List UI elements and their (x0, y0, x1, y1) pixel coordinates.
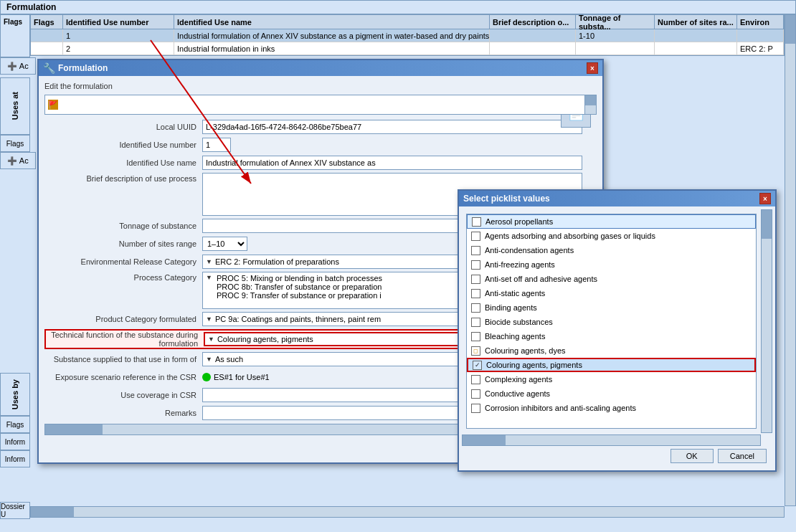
uses-at-label: Uses at (11, 92, 19, 120)
id-use-number-label: Identified Use number (44, 141, 202, 149)
picklist-dialog: Select picklist values × Aerosol propell… (458, 189, 777, 472)
picklist-item-complexing[interactable]: Complexing agents (467, 372, 756, 386)
table-row[interactable]: 1 Industrial formulation of Annex XIV su… (31, 29, 784, 42)
id-use-name-row: Identified Use name (44, 155, 597, 171)
col-id-name: Identified Use name (174, 15, 490, 29)
checkbox-binding[interactable] (471, 303, 480, 313)
picklist-close-button[interactable]: × (759, 193, 771, 204)
picklist-label-conductive: Conductive agents (485, 389, 550, 398)
use-coverage-label: Use coverage in CSR (44, 391, 202, 399)
checkbox-anti-cond[interactable] (471, 246, 480, 255)
inner-vscrollbar[interactable] (584, 95, 596, 114)
col-flags: Flags (31, 15, 63, 29)
picklist-item-aerosol[interactable]: Aerosol propellants (467, 214, 756, 229)
checkbox-colouring-dyes[interactable]: ◻ (471, 346, 480, 356)
picklist-cancel-button[interactable]: Cancel (718, 449, 767, 463)
picklist-item-anti-set[interactable]: Anti-set off and adhesive agents (467, 272, 756, 286)
formulation-dialog-title: 🔧 Formulation (43, 62, 108, 74)
checkbox-aerosol[interactable] (472, 217, 481, 227)
uses-at-panel: Uses at (0, 77, 30, 135)
picklist-item-agents[interactable]: Agents adsorbing and absorbing gases or … (467, 229, 756, 243)
checkbox-corrosion[interactable] (471, 404, 480, 413)
formulation-dialog-titlebar: 🔧 Formulation × (39, 60, 602, 76)
add-button-2[interactable]: ➕ Ac (0, 152, 36, 169)
picklist-item-anti-cond[interactable]: Anti-condensation agents (467, 243, 756, 257)
checkbox-agents[interactable] (471, 232, 480, 241)
picklist-item-conductive[interactable]: Conductive agents (467, 386, 756, 401)
add-button-area[interactable]: ➕ Ac (0, 57, 36, 75)
checkbox-conductive[interactable] (471, 389, 480, 399)
picklist-hscroll-thumb[interactable] (463, 435, 506, 445)
uses-at-flags: Flags (0, 135, 30, 152)
checkbox-anti-set[interactable] (471, 275, 480, 284)
proc-cat-arrow: ▼ (206, 274, 212, 281)
add-icon: ➕ Ac (7, 62, 28, 71)
checkbox-biocide[interactable] (471, 318, 480, 327)
row1-tonnage: 1-10 (576, 29, 655, 42)
dossier-label: Dossier U (0, 502, 30, 519)
inner-vscroll-thumb[interactable] (585, 95, 596, 105)
row2-id-num: 2 (63, 42, 174, 54)
picklist-item-colouring-pigments[interactable]: Colouring agents, pigments (467, 358, 756, 372)
local-uuid-label: Local UUID (44, 123, 202, 131)
picklist-item-corrosion[interactable]: Corrosion inhibitors and anti-scaling ag… (467, 401, 756, 415)
picklist-hscrollbar[interactable] (462, 434, 761, 446)
uses-by-label: Uses by (11, 379, 19, 409)
h-scrollbar[interactable] (30, 506, 785, 518)
picklist-label-colouring-pigments: Colouring agents, pigments (486, 361, 582, 369)
checkbox-complexing[interactable] (471, 375, 480, 384)
row2-brief-desc (490, 42, 576, 54)
num-sites-select[interactable]: 1–10 11–50 51–100 (202, 237, 247, 251)
id-use-name-input[interactable] (202, 156, 582, 170)
row1-num-sites (655, 29, 737, 42)
picklist-item-bleaching[interactable]: Bleaching agents (467, 329, 756, 343)
picklist-vscroll-thumb[interactable] (762, 210, 772, 239)
tonnage-label: Tonnage of substance (44, 222, 202, 230)
picklist-item-colouring-dyes[interactable]: ◻ Colouring agents, dyes (467, 343, 756, 358)
picklist-label-anti-freeze: Anti-freezing agents (485, 260, 555, 269)
green-circle-icon (202, 373, 211, 381)
inform-label-2: Inform (0, 450, 30, 467)
tech-func-value: Colouring agents, pigments (217, 335, 313, 343)
flag-icon: 🚩 (48, 100, 58, 110)
prod-cat-label: Product Category formulated (44, 315, 202, 323)
uses-by-flags: Flags (0, 416, 30, 433)
dialog-hscroll-thumb[interactable] (45, 424, 103, 434)
v-scrollbar[interactable] (785, 14, 796, 506)
checkbox-bleaching[interactable] (471, 332, 480, 341)
checkbox-anti-freeze[interactable] (471, 260, 480, 270)
picklist-item-anti-static[interactable]: Anti-static agents (467, 286, 756, 300)
picklist-list[interactable]: Aerosol propellants Agents adsorbing and… (466, 214, 757, 429)
local-uuid-input[interactable] (202, 120, 582, 134)
col-id-num: Identified Use number (63, 15, 174, 29)
table-row[interactable]: 2 Industrial formulation in inks ERC 2: … (31, 42, 784, 55)
row1-id-num: 1 (63, 29, 174, 42)
h-scroll-thumb[interactable] (31, 507, 74, 517)
formulation-dialog-close[interactable]: × (587, 62, 598, 74)
section-title: Formulation (6, 2, 56, 12)
checkbox-colouring-pigments[interactable] (473, 361, 482, 370)
picklist-item-biocide[interactable]: Biocide substances (467, 315, 756, 329)
row1-brief-desc (490, 29, 576, 42)
picklist-item-binding[interactable]: Binding agents (467, 300, 756, 315)
row1-flags (31, 29, 63, 42)
uses-by-panel: Uses by (0, 373, 30, 416)
proc-cat-value: PROC 5: Mixing or blending in batch proc… (217, 274, 382, 300)
add-icon-2: ➕ Ac (7, 156, 28, 166)
num-sites-label: Number of sites range (44, 239, 202, 248)
row2-tonnage (576, 42, 655, 54)
exposure-label: Exposure scenario reference in the CSR (44, 373, 202, 381)
local-uuid-row: Local UUID (44, 119, 597, 135)
checkbox-anti-static[interactable] (471, 289, 480, 298)
picklist-item-anti-freeze[interactable]: Anti-freezing agents (467, 257, 756, 272)
v-scroll-thumb[interactable] (785, 15, 795, 44)
picklist-vscrollbar[interactable] (761, 209, 772, 433)
picklist-label-anti-static: Anti-static agents (485, 289, 545, 298)
id-use-name-label: Identified Use name (44, 158, 202, 167)
erc-dropdown-arrow: ▼ (206, 258, 212, 265)
left-sidebar: Flags (0, 14, 30, 57)
picklist-ok-button[interactable]: OK (671, 449, 714, 463)
picklist-label-binding: Binding agents (485, 303, 537, 312)
id-use-number-input[interactable] (202, 138, 231, 152)
picklist-label-agents: Agents adsorbing and absorbing gases or … (485, 232, 655, 240)
